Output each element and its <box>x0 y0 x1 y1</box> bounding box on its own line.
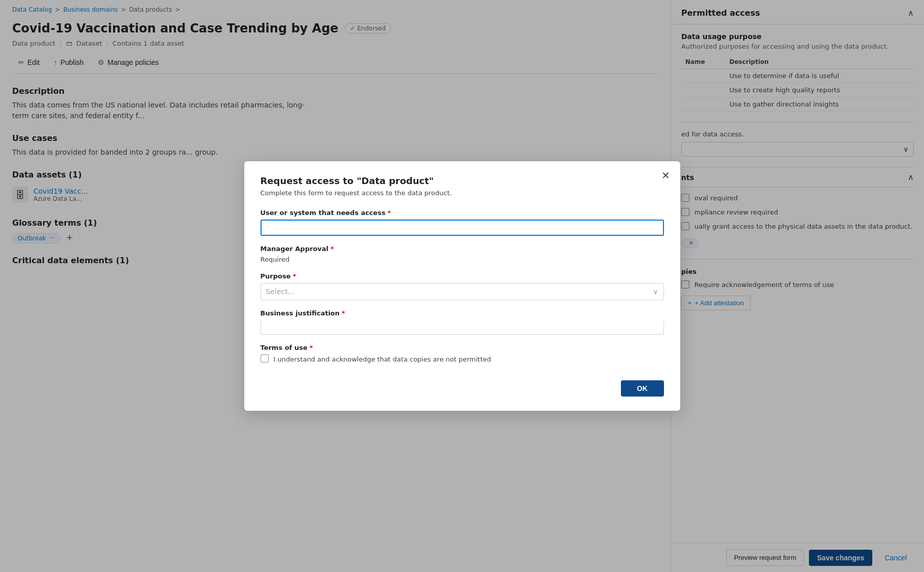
dialog-footer: OK <box>261 380 664 397</box>
terms-of-use-field: Terms of use * I understand and acknowle… <box>261 344 664 365</box>
manager-approval-field: Manager Approval * Required <box>261 245 664 263</box>
business-justification-label: Business justification * <box>261 309 664 317</box>
ok-button[interactable]: OK <box>621 380 664 397</box>
user-system-label: User or system that needs access * <box>261 209 664 217</box>
dialog-close-button[interactable]: ✕ <box>661 169 670 182</box>
terms-checkbox[interactable] <box>261 354 269 363</box>
manager-approval-label: Manager Approval * <box>261 245 664 253</box>
purpose-select[interactable]: Select... ∨ <box>261 283 664 300</box>
required-star-5: * <box>310 344 313 351</box>
purpose-placeholder: Select... <box>266 288 295 296</box>
dialog-overlay: ✕ Request access to "Data product" Compl… <box>0 0 924 572</box>
terms-checkbox-label: I understand and acknowledge that data c… <box>274 354 491 365</box>
terms-of-use-label: Terms of use * <box>261 344 664 351</box>
terms-row: I understand and acknowledge that data c… <box>261 354 664 365</box>
required-star-3: * <box>293 272 297 280</box>
user-system-input[interactable] <box>261 220 664 236</box>
request-access-dialog: ✕ Request access to "Data product" Compl… <box>244 161 680 411</box>
main-container: Data Catalog > Business domains > Data p… <box>0 0 924 572</box>
purpose-label: Purpose * <box>261 272 664 280</box>
business-justification-field: Business justification * <box>261 309 664 335</box>
dialog-subtitle: Complete this form to request access to … <box>261 189 664 197</box>
dialog-title: Request access to "Data product" <box>261 175 664 186</box>
required-star-2: * <box>330 245 334 253</box>
user-system-field: User or system that needs access * <box>261 209 664 236</box>
manager-approval-value: Required <box>261 256 664 263</box>
purpose-field: Purpose * Select... ∨ <box>261 272 664 300</box>
chevron-down-icon: ∨ <box>653 288 658 296</box>
required-star-4: * <box>342 309 345 317</box>
business-justification-input[interactable] <box>261 320 664 335</box>
ok-label: OK <box>637 384 648 392</box>
required-star-1: * <box>387 209 391 217</box>
